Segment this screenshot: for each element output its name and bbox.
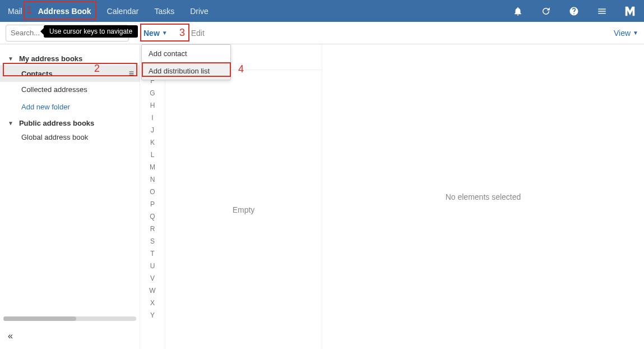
item-menu-icon[interactable]: ≡ <box>129 68 134 79</box>
sidebar: ▼ My address books Contacts ≡ Collected … <box>0 44 140 349</box>
tab-mail[interactable]: Mail <box>0 0 30 22</box>
search-tooltip: Use cursor keys to navigate <box>44 25 138 38</box>
alpha-letter[interactable]: I <box>140 112 165 124</box>
top-bar: Mail Address Book Calendar Tasks Drive <box>0 0 644 22</box>
help-icon[interactable] <box>560 0 588 22</box>
alpha-letter[interactable]: P <box>140 198 165 210</box>
alpha-letter[interactable]: W <box>140 284 165 297</box>
contact-list-column: Contacts Empty <box>165 44 322 349</box>
alpha-letter[interactable]: K <box>140 136 165 149</box>
sidebar-header-public-books[interactable]: ▼ Public address books <box>0 117 140 130</box>
edit-button[interactable]: Edit <box>188 26 208 40</box>
detail-empty-text: No elements selected <box>446 192 521 201</box>
sidebar-header-label: My address books <box>19 54 82 63</box>
alpha-letter[interactable]: N <box>140 173 165 186</box>
add-new-folder-link[interactable]: Add new folder <box>0 97 140 117</box>
tab-calendar[interactable]: Calendar <box>99 0 147 22</box>
dropdown-add-distribution-list[interactable]: Add distribution list <box>142 62 230 80</box>
new-dropdown: Add contact Add distribution list <box>141 44 231 80</box>
sidebar-item-label: Contacts <box>21 70 53 78</box>
alpha-letter[interactable]: X <box>140 297 165 309</box>
alpha-index: D E F G H I J K L M N O P Q R S T U V W … <box>140 44 165 349</box>
detail-pane: No elements selected <box>322 44 644 349</box>
alpha-letter[interactable]: O <box>140 186 165 198</box>
collapse-sidebar-icon[interactable]: « <box>8 331 13 341</box>
new-button[interactable]: New ▼ <box>140 26 171 40</box>
caret-down-icon: ▼ <box>633 30 638 36</box>
alpha-letter[interactable]: H <box>140 99 165 112</box>
alpha-letter[interactable]: S <box>140 235 165 247</box>
alpha-letter[interactable]: T <box>140 247 165 260</box>
alpha-letter[interactable]: Q <box>140 210 165 223</box>
sidebar-scrollbar[interactable] <box>3 316 136 321</box>
alpha-letter[interactable]: U <box>140 260 165 272</box>
tab-address-book[interactable]: Address Book <box>30 0 99 22</box>
sidebar-header-my-books[interactable]: ▼ My address books <box>0 52 140 65</box>
sidebar-item-collected[interactable]: Collected addresses <box>0 82 140 97</box>
view-button[interactable]: View ▼ <box>614 29 638 38</box>
new-button-label: New <box>143 29 160 38</box>
tab-drive[interactable]: Drive <box>182 0 216 22</box>
alpha-letter[interactable]: M <box>140 161 165 173</box>
bell-icon[interactable] <box>504 0 532 22</box>
sidebar-header-label: Public address books <box>19 119 94 127</box>
caret-down-icon: ▼ <box>8 56 13 62</box>
view-button-label: View <box>614 29 631 38</box>
main-area: ▼ My address books Contacts ≡ Collected … <box>0 44 644 349</box>
alpha-letter[interactable]: Y <box>140 309 165 322</box>
sidebar-item-global[interactable]: Global address book <box>0 130 140 145</box>
alpha-letter[interactable]: V <box>140 272 165 284</box>
caret-down-icon: ▼ <box>162 30 168 36</box>
app-logo-icon[interactable] <box>616 0 644 22</box>
dropdown-add-contact[interactable]: Add contact <box>142 45 230 62</box>
refresh-icon[interactable] <box>532 0 560 22</box>
sidebar-item-contacts[interactable]: Contacts ≡ <box>0 65 140 82</box>
alpha-letter[interactable]: J <box>140 124 165 136</box>
caret-down-icon: ▼ <box>8 120 13 126</box>
tab-tasks[interactable]: Tasks <box>146 0 182 22</box>
alpha-letter[interactable]: L <box>140 149 165 161</box>
top-right-icons <box>504 0 644 22</box>
contact-list-empty: Empty <box>165 70 322 349</box>
menu-icon[interactable] <box>588 0 616 22</box>
alpha-letter[interactable]: G <box>140 87 165 99</box>
alpha-letter[interactable]: R <box>140 223 165 235</box>
top-tabs: Mail Address Book Calendar Tasks Drive <box>0 0 216 22</box>
